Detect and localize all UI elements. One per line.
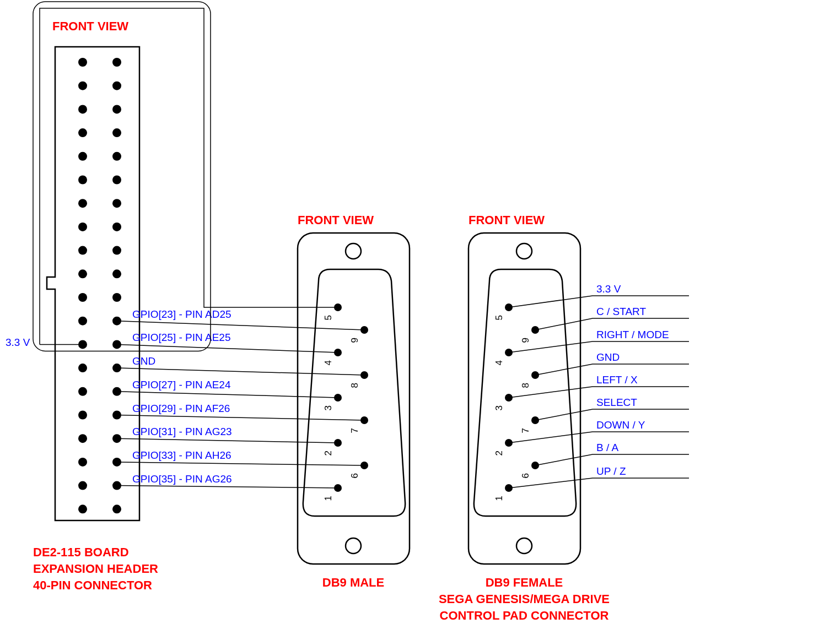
gpio-signal-label: GND [132, 355, 155, 367]
gpio-signal-label: GPIO[29] - PIN AF26 [132, 403, 230, 414]
db9-pin-number: 7 [520, 428, 531, 433]
gpio-pin-dot [78, 152, 87, 161]
gpio-to-db9-wire [117, 462, 364, 465]
gpio-to-db9-wire [117, 368, 364, 375]
db9f-signal-label: UP / Z [596, 465, 626, 477]
gpio-pin-dot [78, 387, 87, 396]
db9f-dshell [474, 269, 576, 516]
gpio-voltage-label: 3.3 V [6, 337, 30, 348]
db9-pin-number: 6 [520, 473, 531, 478]
db9-pin-number: 2 [323, 451, 333, 455]
db9f-signal-wire [509, 341, 689, 352]
db9f-signal-wire [509, 478, 689, 488]
gpio-signal-label: GPIO[25] - PIN AE25 [132, 332, 230, 343]
db9m-pins: 543219876 [323, 303, 368, 501]
gpio-to-db9-wire [117, 438, 338, 443]
gpio-signal-labels: GPIO[23] - PIN AD25GPIO[25] - PIN AE25GN… [132, 308, 232, 485]
gpio-pin-dot [78, 128, 87, 137]
gpio-outline [47, 47, 139, 520]
db9-pin-number: 8 [349, 383, 360, 388]
gpio-pin-dot [78, 223, 87, 231]
db9-pin-number: 7 [349, 428, 360, 433]
db9-pin-number: 2 [494, 451, 504, 455]
gpio-pin-dot [78, 105, 87, 113]
gpio-name-3: 40-PIN CONNECTOR [33, 578, 152, 592]
gpio-signal-label: GPIO[33] - PIN AH26 [132, 449, 231, 461]
db9-pin-number: 8 [520, 383, 531, 388]
db9f-wires [509, 296, 689, 488]
gpio-signal-label: GPIO[23] - PIN AD25 [132, 308, 231, 320]
gpio-pin-dot [112, 152, 121, 161]
db9-pin-number: 3 [494, 405, 504, 410]
gpio-signal-label: GPIO[27] - PIN AE24 [132, 379, 231, 390]
db9m-front-view-label: FRONT VIEW [298, 213, 374, 227]
gpio-dots [78, 58, 121, 513]
gpio-pin-dot [112, 176, 121, 185]
db9-pin-number: 1 [323, 496, 333, 501]
gpio-pin-dot [78, 246, 87, 255]
gpio-pin-dot [78, 199, 87, 208]
db9f-signal-label: LEFT / X [596, 374, 638, 386]
db9f-signal-wire [535, 318, 689, 330]
db9f-shell [469, 233, 580, 564]
db9f-signal-wire [535, 364, 689, 375]
db9f-signal-label: C / START [596, 306, 646, 317]
gpio-front-view-label: FRONT VIEW [52, 19, 128, 33]
gpio-pin-dot [78, 411, 87, 420]
db9-pin-number: 5 [323, 315, 333, 320]
gpio-pin-dot [78, 434, 87, 443]
gpio-pin-dot [78, 364, 87, 372]
db9f-name-3: CONTROL PAD CONNECTOR [440, 609, 609, 622]
db9-pin-number: 1 [494, 496, 504, 501]
db9-pin-number: 4 [323, 360, 333, 365]
db9-pin-number: 9 [520, 338, 531, 343]
gpio-pin-dot [78, 293, 87, 302]
db9f-hole-bottom [516, 538, 532, 554]
gpio-name-1: DE2-115 BOARD [33, 545, 129, 559]
pinout-diagram: FRONT VIEW DE2-115 BOARD EXPANSION HEADE… [0, 0, 840, 640]
gpio-pin-dot [112, 105, 121, 113]
gpio-to-db9-wire [117, 392, 338, 398]
gpio-pin-dot [112, 58, 121, 67]
gpio-pin-dot [78, 58, 87, 67]
gpio-to-db9-wire [117, 321, 364, 330]
db9f-name-1: DB9 FEMALE [486, 576, 563, 589]
gpio-pin-dot [112, 246, 121, 255]
db9f-signal-wire [535, 409, 689, 420]
db9f-hole-top [516, 243, 532, 259]
gpio-to-db9-wire [117, 415, 364, 421]
db9f-front-view-label: FRONT VIEW [469, 213, 545, 227]
db9m-name: DB9 MALE [322, 576, 384, 589]
gpio-pin-dot [78, 458, 87, 467]
db9f-signal-labels: 3.3 VC / STARTRIGHT / MODEGNDLEFT / XSEL… [596, 283, 669, 477]
db9f-signal-label: GND [596, 351, 620, 363]
gpio-pin-dot [112, 293, 121, 302]
gpio-signal-label: GPIO[35] - PIN AG26 [132, 473, 232, 485]
db9f-signal-label: RIGHT / MODE [596, 329, 669, 340]
gpio-pin-dot [112, 505, 121, 513]
db9-pin-number: 3 [323, 405, 333, 410]
gpio-pin-dot [78, 481, 87, 490]
db9m-dshell [303, 269, 405, 516]
db9m-hole-top [346, 243, 361, 259]
gpio-pin-dot [78, 176, 87, 185]
db9-pin-number: 6 [349, 473, 360, 478]
gpio-pin-dot [112, 223, 121, 231]
db9f-signal-label: DOWN / Y [596, 419, 645, 431]
db9m-hole-bottom [346, 538, 361, 554]
db9f-name-2: SEGA GENESIS/MEGA DRIVE [439, 592, 610, 606]
db9f-pins: 543219876 [494, 303, 539, 501]
gpio-pin-dot [112, 128, 121, 137]
db9m-shell [298, 233, 410, 564]
db9-pin-number: 9 [349, 338, 360, 343]
gpio-signal-label: GPIO[31] - PIN AG23 [132, 426, 232, 437]
gpio-pin-dot [78, 317, 87, 326]
gpio-pin-dot [78, 269, 87, 278]
db9f-signal-label: B / A [596, 442, 618, 453]
db9f-signal-wire [509, 387, 689, 398]
db9f-signal-wire [509, 432, 689, 443]
db9f-signal-wire [535, 454, 689, 465]
gpio-pin-dot [112, 82, 121, 90]
voltage-route-frame [33, 2, 211, 351]
db9-pin-number: 5 [494, 315, 504, 320]
